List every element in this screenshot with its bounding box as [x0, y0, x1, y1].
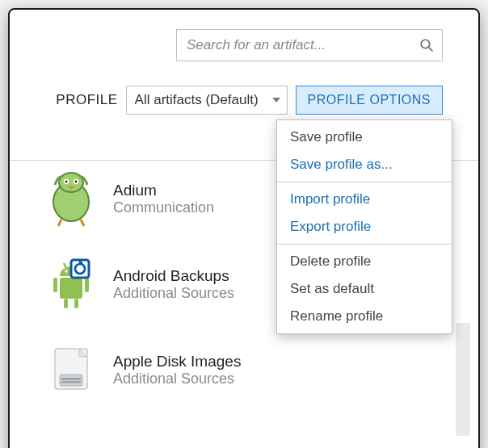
menu-separator — [277, 244, 452, 245]
artifact-text: Apple Disk Images Additional Sources — [113, 352, 241, 388]
menu-item-set-as-default[interactable]: Set as default — [277, 275, 452, 303]
profile-row: PROFILE All artifacts (Default) PROFILE … — [21, 86, 443, 115]
profile-select[interactable]: All artifacts (Default) — [126, 86, 288, 115]
svg-rect-8 — [60, 278, 82, 299]
artifact-category: Additional Sources — [113, 285, 234, 302]
profile-options-menu: Save profile Save profile as... Import p… — [276, 119, 452, 334]
menu-item-rename-profile[interactable]: Rename profile — [277, 303, 452, 330]
search-input[interactable] — [185, 36, 419, 54]
menu-item-import-profile[interactable]: Import profile — [277, 186, 452, 213]
svg-rect-14 — [85, 278, 89, 292]
svg-point-11 — [65, 270, 67, 272]
svg-rect-13 — [53, 278, 57, 292]
svg-point-6 — [65, 181, 68, 183]
chevron-down-icon — [272, 98, 280, 103]
svg-rect-19 — [60, 375, 82, 386]
svg-rect-20 — [61, 378, 81, 380]
scrollbar[interactable] — [456, 323, 470, 436]
artifact-text: Adium Communication — [113, 181, 214, 217]
svg-point-7 — [75, 181, 78, 183]
disk-image-icon — [42, 341, 100, 399]
profile-options-button[interactable]: PROFILE OPTIONS — [296, 86, 443, 115]
svg-point-0 — [421, 40, 430, 48]
artifact-name: Apple Disk Images — [113, 352, 241, 371]
svg-line-9 — [64, 263, 66, 268]
artifact-category: Additional Sources — [113, 371, 241, 387]
artifact-item-apple-disk-images[interactable]: Apple Disk Images Additional Sources — [21, 329, 444, 413]
menu-separator — [277, 182, 452, 182]
artifact-category: Communication — [113, 199, 214, 216]
menu-item-delete-profile[interactable]: Delete profile — [277, 248, 452, 275]
svg-rect-16 — [74, 299, 78, 308]
artifact-name: Adium — [113, 181, 214, 200]
menu-item-export-profile[interactable]: Export profile — [277, 213, 452, 241]
svg-rect-21 — [61, 381, 81, 383]
search-box[interactable] — [176, 29, 443, 61]
artifact-name: Android Backups — [113, 266, 234, 286]
profile-select-value: All artifacts (Default) — [135, 92, 267, 108]
android-icon — [42, 255, 100, 313]
search-icon — [419, 38, 434, 52]
svg-line-1 — [429, 48, 433, 52]
search-wrap — [21, 29, 443, 61]
adium-icon — [42, 170, 100, 228]
app-window: PROFILE All artifacts (Default) PROFILE … — [8, 8, 480, 448]
menu-item-save-profile-as[interactable]: Save profile as... — [277, 151, 452, 178]
profile-label: PROFILE — [56, 92, 117, 108]
artifact-text: Android Backups Additional Sources — [113, 266, 234, 303]
svg-rect-15 — [64, 299, 68, 308]
menu-item-save-profile[interactable]: Save profile — [277, 124, 452, 151]
